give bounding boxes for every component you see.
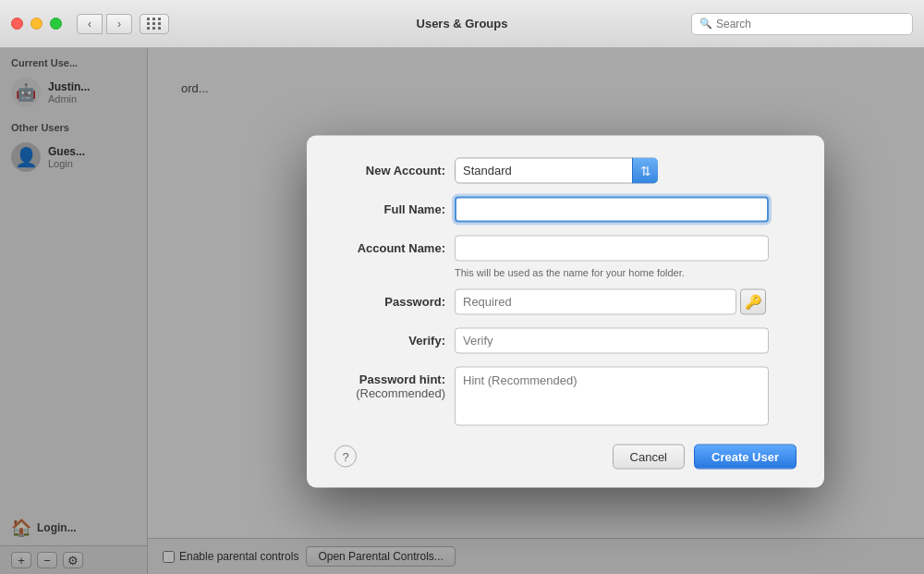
cancel-button[interactable]: Cancel — [613, 444, 685, 469]
account-name-label: Account Name: — [334, 240, 455, 255]
traffic-lights — [11, 18, 62, 30]
new-account-row: New Account: Standard Administrator Mana… — [334, 157, 796, 183]
account-type-select-wrapper[interactable]: Standard Administrator Managed with Pare… — [455, 157, 658, 183]
window-title: Users & Groups — [417, 17, 508, 31]
titlebar: ‹ › Users & Groups 🔍 — [0, 0, 924, 48]
create-user-button[interactable]: Create User — [694, 444, 796, 469]
grid-icon — [147, 18, 162, 30]
dialog-footer: ? Cancel Create User — [334, 444, 796, 469]
account-name-input[interactable] — [455, 235, 769, 261]
search-input[interactable] — [716, 18, 905, 31]
password-input-group: 🔑 — [455, 288, 796, 314]
back-button[interactable]: ‹ — [77, 14, 103, 34]
search-box[interactable]: 🔍 — [691, 13, 913, 35]
content-area: Current Use... 🤖 Justin... Admin Other U… — [0, 48, 924, 574]
close-button[interactable] — [11, 18, 23, 30]
password-hint-input[interactable] — [455, 366, 769, 425]
nav-buttons: ‹ › — [77, 14, 132, 34]
verify-label: Verify: — [334, 333, 455, 348]
verify-input[interactable] — [455, 327, 769, 353]
forward-button[interactable]: › — [106, 14, 132, 34]
password-input[interactable] — [455, 288, 736, 314]
footer-buttons: Cancel Create User — [613, 444, 796, 469]
account-name-hint: This will be used as the name for your h… — [455, 266, 796, 277]
full-name-row: Full Name: — [334, 196, 796, 222]
grid-view-button[interactable] — [140, 14, 169, 34]
password-label: Password: — [334, 294, 455, 309]
account-type-select[interactable]: Standard Administrator Managed with Pare… — [455, 157, 658, 183]
create-user-dialog: New Account: Standard Administrator Mana… — [307, 135, 824, 487]
full-name-input[interactable] — [455, 196, 769, 222]
account-name-row: Account Name: — [334, 235, 796, 261]
password-hint-label: Password hint: (Recommended) — [334, 366, 455, 400]
maximize-button[interactable] — [50, 18, 62, 30]
search-icon: 🔍 — [699, 18, 712, 30]
password-row: Password: 🔑 — [334, 288, 796, 314]
minimize-button[interactable] — [30, 18, 43, 30]
help-button[interactable]: ? — [334, 446, 357, 468]
new-account-label: New Account: — [334, 163, 455, 177]
verify-row: Verify: — [334, 327, 796, 353]
key-button[interactable]: 🔑 — [740, 288, 766, 314]
full-name-label: Full Name: — [334, 202, 455, 216]
password-hint-row: Password hint: (Recommended) — [334, 366, 796, 425]
